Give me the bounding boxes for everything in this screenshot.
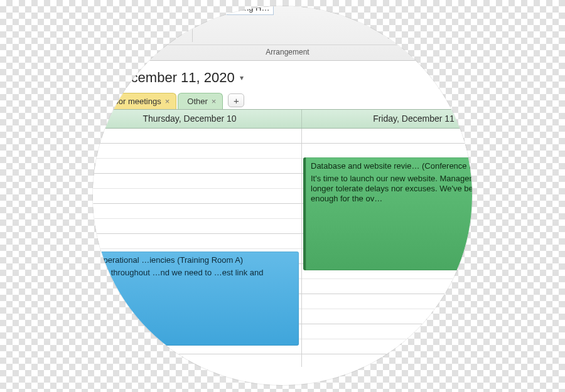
year-view-button[interactable]: Year View [144, 6, 188, 42]
date-range-dropdown-icon[interactable]: ▾ [240, 73, 244, 82]
svg-rect-5 [158, 6, 175, 16]
ribbon: …nth View Timeline View Year View [93, 6, 472, 61]
ribbon-items: …nth View Timeline View Year View [93, 6, 472, 42]
appointment-title: …etermine operational …iencies (Training… [93, 255, 294, 265]
timeline-view-icon [112, 6, 130, 19]
day-column-friday[interactable]: Database and website revie… (Conference … [302, 129, 472, 367]
svg-rect-7 [167, 6, 173, 9]
month-view-button[interactable]: …nth View [93, 6, 98, 42]
ribbon-group-label: Arrangement [93, 45, 472, 60]
svg-rect-9 [167, 11, 173, 14]
close-icon[interactable]: × [212, 97, 217, 106]
close-icon[interactable]: × [165, 97, 170, 106]
calendar-tab-strip: …gs × Outdoor meetings × Other × + [93, 92, 472, 110]
tab-other[interactable]: Other × [178, 93, 223, 109]
tab-label: Outdoor meetings [96, 97, 161, 106]
svg-point-12 [214, 7, 219, 12]
appointment-body: It's time to launch our new website. Man… [311, 174, 472, 204]
appointment-title: Database and website revie… (Conference … [311, 161, 472, 171]
svg-rect-8 [160, 11, 166, 14]
ribbon-btn-label-top: Timeline [106, 20, 137, 29]
add-tab-button[interactable]: + [228, 93, 244, 107]
ribbon-btn-label-bottom: View [112, 29, 130, 38]
svg-rect-2 [113, 6, 129, 16]
timeline-view-button[interactable]: Timeline View [99, 6, 143, 42]
date-range-bar: …2020 - December 11, 2020 ▾ [93, 61, 472, 92]
ribbon-btn-label-bottom: View [158, 29, 175, 38]
tab-outdoor-meetings[interactable]: Outdoor meetings × [93, 93, 176, 109]
appointment-body: …sses remain throughout …nd we need to …… [93, 268, 294, 278]
day-column-headers: Thursday, December 10 Friday, December 1… [93, 110, 472, 129]
day-column-thursday[interactable]: …etermine operational …iencies (Training… [93, 129, 302, 367]
tab-label: Other [187, 97, 208, 106]
svg-rect-6 [160, 6, 166, 9]
working-hours-button[interactable]: Working H… [204, 6, 274, 15]
time-grid: …etermine operational …iencies (Training… [93, 129, 472, 367]
date-range-text: …2020 - December 11, 2020 [93, 70, 235, 86]
svg-rect-10 [208, 6, 220, 12]
scheduler-app: …nth View Timeline View Year View [93, 6, 472, 367]
circle-crop: …nth View Timeline View Year View [93, 6, 472, 385]
appointment-green[interactable]: Database and website revie… (Conference … [303, 157, 472, 270]
column-header-friday[interactable]: Friday, December 11 [302, 110, 472, 128]
working-hours-label: Working H… [223, 6, 269, 13]
ribbon-btn-label-top: Year [158, 20, 175, 29]
year-view-icon [158, 6, 175, 19]
appointment-blue[interactable]: …etermine operational …iencies (Training… [93, 252, 299, 346]
working-hours-icon [208, 6, 220, 13]
ribbon-separator [192, 6, 193, 42]
column-header-thursday[interactable]: Thursday, December 10 [93, 110, 302, 128]
